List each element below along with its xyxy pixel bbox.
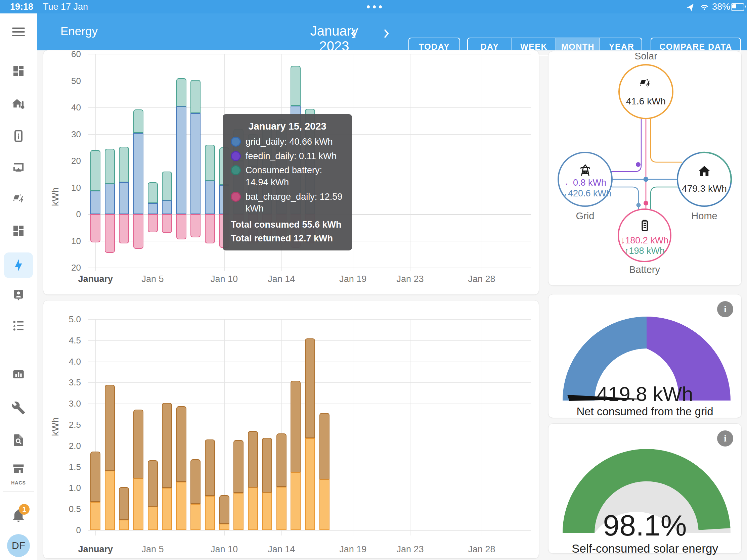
screen: 19:18 Tue 17 Jan 38% Energy January 2023 xyxy=(0,0,747,560)
bar-self_consumed_solar-day5[interactable] xyxy=(148,507,158,530)
bar-Consumed battery-day7[interactable] xyxy=(176,78,186,106)
x-tick: Jan 28 xyxy=(458,544,505,555)
bar-self_consumed_solar-day16[interactable] xyxy=(305,438,315,530)
flow-dot-grid-battery xyxy=(637,203,641,208)
sidebar-item-hacs[interactable] xyxy=(11,463,26,476)
bar-grid_daily-day4[interactable] xyxy=(133,133,144,214)
energy-distribution-card: Solar 41.6 kWh ←0.8 kWh →420.6 kWh Grid xyxy=(548,51,742,286)
tooltip-title: January 15, 2023 xyxy=(231,121,344,132)
bar-solar_production_remainder-day12[interactable] xyxy=(248,431,258,487)
gridline-h xyxy=(88,268,531,268)
gauge-label: Self-consumed solar energy xyxy=(548,542,741,555)
bar-Consumed battery-day6[interactable] xyxy=(162,171,172,201)
chevron-left-icon[interactable] xyxy=(347,28,360,39)
solar-circle[interactable] xyxy=(619,65,673,118)
chevron-right-icon[interactable] xyxy=(380,28,392,39)
bar-solar_production_remainder-day1[interactable] xyxy=(91,452,100,502)
bar-solar_production_remainder-day8[interactable] xyxy=(190,459,201,504)
bar-bat_charge_daily-day1[interactable] xyxy=(91,214,100,242)
bar-bat_charge_daily-day4[interactable] xyxy=(133,214,144,249)
bar-solar_production_remainder-day7[interactable] xyxy=(176,406,186,482)
bar-solar_production_remainder-day9[interactable] xyxy=(205,439,215,496)
bar-bat_charge_daily-day5[interactable] xyxy=(148,214,158,232)
grid-neutrality-gauge-card: i 419.8 kWh Net consumed from the grid xyxy=(548,294,742,418)
bar-self_consumed_solar-day15[interactable] xyxy=(290,472,301,530)
bar-bat_charge_daily-day6[interactable] xyxy=(162,214,172,233)
sidebar-item-statistics[interactable] xyxy=(11,367,26,381)
bar-Consumed battery-day4[interactable] xyxy=(133,109,144,133)
bar-self_consumed_solar-day4[interactable] xyxy=(133,478,144,530)
bar-Consumed battery-day15[interactable] xyxy=(290,66,301,106)
sidebar-item-solar-icon[interactable] xyxy=(11,191,26,206)
bar-grid_daily-day3[interactable] xyxy=(119,182,129,214)
bar-grid_daily-day7[interactable] xyxy=(176,106,186,214)
bar-solar_production_remainder-day5[interactable] xyxy=(148,460,158,507)
bar-bat_charge_daily-day7[interactable] xyxy=(176,214,186,239)
bar-Consumed battery-day9[interactable] xyxy=(205,145,215,181)
bar-grid_daily-day8[interactable] xyxy=(190,113,201,214)
menu-icon[interactable] xyxy=(12,25,25,38)
sidebar-item-person-badge[interactable] xyxy=(11,288,26,302)
sidebar-item-cast-icon[interactable] xyxy=(11,160,26,174)
bar-solar_production_remainder-day10[interactable] xyxy=(219,495,229,524)
bar-self_consumed_solar-day3[interactable] xyxy=(119,520,129,530)
bar-solar_production_remainder-day3[interactable] xyxy=(119,487,129,520)
bar-solar_production_remainder-day14[interactable] xyxy=(277,433,286,486)
bar-self_consumed_solar-day9[interactable] xyxy=(205,496,215,530)
bar-self_consumed_solar-day1[interactable] xyxy=(91,502,100,530)
bar-self_consumed_solar-day2[interactable] xyxy=(105,471,115,530)
home-value: 479.3 kWh xyxy=(682,183,727,194)
bar-self_consumed_solar-day17[interactable] xyxy=(319,479,330,530)
gridline-v xyxy=(482,54,482,271)
bar-solar_production_remainder-day15[interactable] xyxy=(290,381,301,472)
bar-solar_production_remainder-day16[interactable] xyxy=(305,339,315,438)
bar-grid_daily-day5[interactable] xyxy=(148,203,158,214)
bar-Consumed battery-day8[interactable] xyxy=(190,80,201,113)
battery-label: Battery xyxy=(629,264,660,275)
bar-solar_production_remainder-day4[interactable] xyxy=(133,409,144,478)
sidebar-item-tablet-info[interactable] xyxy=(12,129,25,143)
bar-grid_daily-day2[interactable] xyxy=(105,184,115,214)
bar-Consumed battery-day3[interactable] xyxy=(119,147,129,183)
bar-self_consumed_solar-day13[interactable] xyxy=(262,492,272,530)
sidebar-item-home-thermometer[interactable] xyxy=(11,96,26,110)
gauge-label: Net consumed from the grid xyxy=(548,405,741,418)
bar-Consumed battery-day1[interactable] xyxy=(91,150,100,191)
bar-self_consumed_solar-day6[interactable] xyxy=(162,488,172,530)
bar-bat_charge_daily-day3[interactable] xyxy=(119,214,129,243)
bar-Consumed battery-day5[interactable] xyxy=(148,182,158,203)
sidebar-item-dashboard[interactable] xyxy=(12,64,25,78)
bar-bat_charge_daily-day9[interactable] xyxy=(205,214,215,243)
sidebar-item-log-search[interactable] xyxy=(11,433,26,447)
bar-bat_charge_daily-day2[interactable] xyxy=(105,214,115,253)
info-icon[interactable]: i xyxy=(717,430,733,447)
sidebar-item-todo-list[interactable] xyxy=(11,319,26,333)
bar-grid_daily-day6[interactable] xyxy=(162,201,172,214)
bar-self_consumed_solar-day11[interactable] xyxy=(233,493,243,530)
user-avatar[interactable]: DF xyxy=(7,534,30,557)
bar-self_consumed_solar-day12[interactable] xyxy=(248,487,258,530)
bar-solar_production_remainder-day17[interactable] xyxy=(319,413,330,479)
energy-lightning-icon[interactable] xyxy=(11,258,26,272)
bar-self_consumed_solar-day7[interactable] xyxy=(176,482,186,530)
sidebar-item-developer-tools[interactable] xyxy=(11,401,26,415)
bar-self_consumed_solar-day14[interactable] xyxy=(277,487,286,530)
y-tick: 10 xyxy=(57,236,81,246)
bar-self_consumed_solar-day8[interactable] xyxy=(190,504,201,530)
y-tick: 50 xyxy=(57,76,81,86)
bar-bat_charge_daily-day8[interactable] xyxy=(190,214,201,237)
bar-grid_daily-day9[interactable] xyxy=(205,181,215,214)
bar-solar_production_remainder-day6[interactable] xyxy=(162,403,172,488)
bar-self_consumed_solar-day10[interactable] xyxy=(219,524,229,530)
x-tick: Jan 28 xyxy=(458,274,505,284)
bar-solar_production_remainder-day11[interactable] xyxy=(233,440,243,493)
info-icon[interactable]: i xyxy=(717,301,733,317)
bar-solar_production_remainder-day2[interactable] xyxy=(105,385,115,471)
grid-export-value: ←0.8 kWh xyxy=(564,178,606,188)
y-tick: 20 xyxy=(57,156,81,166)
bar-grid_daily-day1[interactable] xyxy=(91,191,100,214)
sidebar-item-dashboard-alt[interactable] xyxy=(12,224,25,237)
bar-solar_production_remainder-day13[interactable] xyxy=(262,438,272,492)
chart2-plot[interactable]: 5.04.54.03.53.02.52.01.51.00.50JanuaryJa… xyxy=(43,300,539,558)
bar-Consumed battery-day2[interactable] xyxy=(105,149,115,183)
